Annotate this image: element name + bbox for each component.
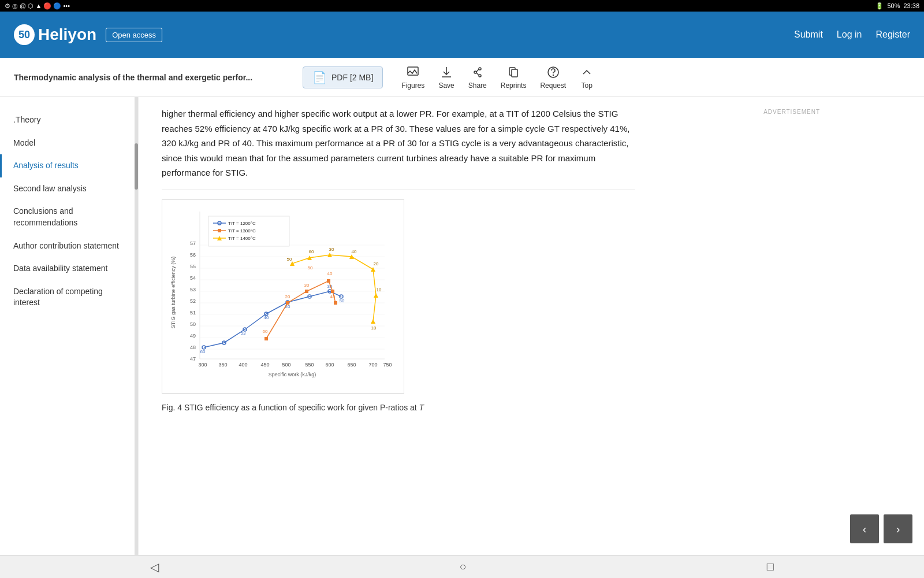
top-label: Top [581,81,592,90]
svg-rect-0 [408,67,418,75]
save-icon [439,65,453,79]
submit-link[interactable]: Submit [794,29,823,40]
svg-text:51: 51 [190,310,196,316]
status-icons: ⚙ ◎ @ ⬡ ▲ 🔴 🔵 ••• [5,2,70,10]
sidebar-item-data[interactable]: Data availability statement [0,257,138,280]
svg-text:Specific work (kJ/kg): Specific work (kJ/kg) [269,372,316,377]
time-display: 23:38 [903,2,919,9]
svg-line-5 [476,73,479,75]
chart-container: 47 48 49 50 51 52 53 54 55 56 57 [162,199,404,394]
logo-circle: 50 [14,24,35,45]
svg-point-2 [479,68,481,70]
request-icon [546,65,560,79]
svg-text:49: 49 [190,333,196,339]
svg-text:350: 350 [218,362,227,368]
status-bar-left: ⚙ ◎ @ ⬡ ▲ 🔴 🔵 ••• [5,2,70,10]
sidebar-item-conclusions[interactable]: Conclusions and recommendations [0,200,138,234]
save-button[interactable]: Save [438,65,454,90]
svg-text:40: 40 [352,249,357,254]
svg-rect-7 [512,69,517,77]
back-button[interactable]: ◁ [141,558,168,576]
save-label: Save [438,81,454,90]
share-button[interactable]: Share [468,65,487,90]
recents-button[interactable]: □ [758,558,783,576]
register-link[interactable]: Register [875,29,910,40]
sidebar-scrollbar-thumb [135,143,138,190]
svg-marker-71 [290,261,295,266]
svg-rect-62 [327,279,330,283]
svg-rect-59 [264,337,268,340]
svg-text:STIG gas turbine efficiency (%: STIG gas turbine efficiency (%) [170,256,176,328]
pdf-label: PDF [2 MB] [331,73,373,82]
svg-text:60: 60 [263,329,268,334]
svg-rect-61 [305,290,308,293]
svg-text:60: 60 [200,349,206,354]
share-icon [471,65,485,79]
sidebar-item-declaration[interactable]: Declaration of competing interest [0,280,138,314]
svg-text:50: 50 [287,257,292,262]
sidebar-scrollbar [135,97,138,578]
svg-text:50: 50 [190,321,196,327]
chart-caption: Fig. 4 STIG efficiency as a function of … [162,403,635,412]
svg-point-1 [474,71,476,73]
svg-rect-90 [218,229,221,232]
svg-text:53: 53 [190,287,196,292]
reprints-button[interactable]: Reprints [501,65,527,90]
logo-number: 50 [18,29,30,41]
open-access-badge: Open access [106,28,162,42]
svg-point-9 [553,75,553,75]
svg-text:47: 47 [190,356,196,362]
sidebar-item-theory[interactable]: .Theory [0,109,138,132]
svg-point-3 [479,75,481,77]
sidebar-item-second-law[interactable]: Second law analysis [0,177,138,201]
svg-text:450: 450 [260,362,269,368]
svg-text:20: 20 [374,261,379,266]
svg-rect-60 [286,301,289,305]
svg-marker-75 [371,267,375,272]
ad-area: ADVERTISEMENT [658,97,832,578]
prev-arrow[interactable]: ‹ [850,514,879,543]
svg-text:TIT = 1300°C: TIT = 1300°C [228,228,256,234]
pdf-button[interactable]: 📄 PDF [2 MB] [303,66,383,88]
sidebar-item-analysis[interactable]: Analysis of results [0,154,138,177]
svg-text:10: 10 [371,325,377,331]
navbar: 50 Heliyon Open access Submit Log in Reg… [0,12,924,58]
toolbar: Thermodynamic analysis of the thermal an… [0,58,924,97]
svg-text:30: 30 [304,283,310,288]
svg-text:550: 550 [305,362,314,368]
login-link[interactable]: Log in [837,29,862,40]
svg-text:20: 20 [285,294,290,299]
share-label: Share [468,81,487,90]
logo-name: Heliyon [38,25,96,44]
article-body: higher thermal efficiency and higher spe… [162,106,635,180]
svg-text:53: 53 [241,331,246,336]
content-divider [162,190,635,190]
advertisement-label: ADVERTISEMENT [670,109,820,115]
svg-text:650: 650 [347,362,356,368]
top-button[interactable]: Top [580,65,594,90]
request-button[interactable]: Request [540,65,566,90]
article-title: Thermodynamic analysis of the thermal an… [14,73,303,82]
svg-text:48: 48 [190,344,196,350]
top-icon [580,65,594,79]
navbar-left: 50 Heliyon Open access [14,24,162,45]
svg-marker-77 [371,319,375,324]
svg-text:750: 750 [383,362,392,368]
svg-text:55: 55 [190,264,196,269]
figures-icon [406,65,420,79]
sidebar-item-author[interactable]: Author contribution statement [0,235,138,258]
toolbar-actions: Figures Save Share Reprints [401,65,594,90]
nav-arrows: ‹ › [850,514,912,543]
logo[interactable]: 50 Heliyon [14,24,96,45]
home-button[interactable]: ○ [450,558,475,576]
svg-text:700: 700 [368,362,377,368]
svg-text:500: 500 [282,362,290,368]
next-arrow[interactable]: › [884,514,912,543]
svg-rect-64 [334,301,337,305]
svg-line-4 [476,69,479,72]
sidebar-item-model[interactable]: Model [0,132,138,155]
main-content: higher thermal efficiency and higher spe… [139,97,658,578]
status-bar-right: 🔋 50% 23:38 [875,2,919,10]
figures-button[interactable]: Figures [401,65,424,90]
svg-text:30: 30 [329,247,334,252]
